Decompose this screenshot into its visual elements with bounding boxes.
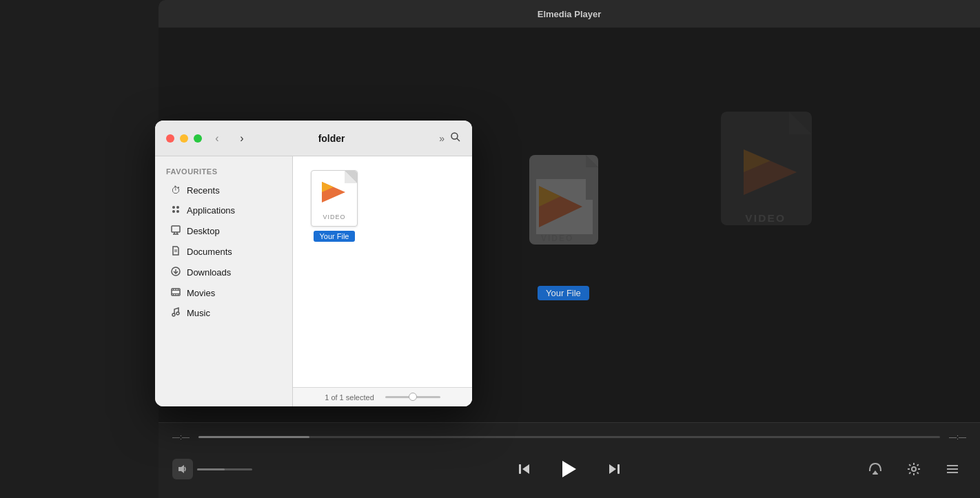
svg-marker-11 [873, 470, 877, 473]
applications-icon [170, 205, 181, 216]
sidebar-item-documents[interactable]: Documents [159, 242, 288, 262]
list-icon [945, 461, 960, 477]
playlist-button[interactable] [939, 455, 966, 483]
svg-point-13 [912, 467, 916, 471]
sidebar-item-label-recents: Recents [187, 185, 220, 196]
progress-time-right: —:— [946, 433, 966, 441]
settings-button[interactable] [900, 455, 928, 483]
svg-point-41 [176, 312, 179, 315]
close-button[interactable] [166, 134, 174, 143]
next-button[interactable] [600, 455, 628, 483]
sidebar-item-music[interactable]: Music [159, 303, 288, 323]
play-icon [558, 458, 580, 480]
search-icon [450, 132, 461, 143]
zoom-slider[interactable] [385, 396, 440, 398]
finder-toolbar-right: » [439, 132, 461, 145]
volume-slider[interactable] [197, 468, 252, 470]
player-controls: —:— —:— [159, 422, 980, 498]
volume-icon [177, 464, 188, 475]
svg-point-19 [172, 206, 175, 209]
finder-titlebar: ‹ › folder » [155, 121, 472, 156]
file-name-label: Your File [314, 231, 354, 242]
svg-marker-5 [178, 465, 184, 473]
svg-marker-8 [562, 461, 576, 477]
status-text: 1 of 1 selected [325, 393, 374, 402]
sidebar-item-label-downloads: Downloads [187, 267, 231, 278]
documents-icon [170, 246, 181, 258]
finder-body: Favourites ⏱ Recents Applications [155, 156, 472, 406]
progress-time-left: —:— [172, 433, 193, 441]
zoom-thumb [409, 393, 417, 401]
play-button[interactable] [552, 452, 586, 486]
more-button[interactable]: » [439, 133, 445, 144]
sidebar-item-label-music: Music [187, 308, 210, 318]
file-item[interactable]: VIDEO Your File [307, 170, 362, 242]
sidebar-item-applications[interactable]: Applications [159, 200, 288, 220]
search-button[interactable] [450, 132, 461, 145]
sidebar-item-recents[interactable]: ⏱ Recents [159, 180, 288, 200]
sidebar-item-label-desktop: Desktop [187, 226, 220, 236]
finder-sidebar: Favourites ⏱ Recents Applications [155, 156, 293, 406]
sidebar-item-label-applications: Applications [187, 205, 235, 216]
window-controls [166, 134, 202, 143]
svg-text:VIDEO: VIDEO [745, 212, 786, 224]
player-titlebar: Elmedia Player [159, 0, 980, 28]
svg-rect-9 [617, 464, 620, 474]
airplay-icon [868, 461, 883, 477]
finder-content: VIDEO Your File 1 of 1 selected [293, 156, 472, 406]
svg-point-20 [176, 206, 179, 209]
finder-files: VIDEO Your File [293, 156, 472, 387]
sidebar-item-downloads[interactable]: Downloads [159, 262, 288, 282]
back-button[interactable]: ‹ [207, 129, 227, 148]
file-type-label: VIDEO [323, 214, 345, 220]
forward-button[interactable]: › [232, 129, 252, 148]
sidebar-item-label-movies: Movies [187, 288, 215, 298]
prev-button[interactable] [511, 455, 538, 483]
next-icon [606, 461, 622, 477]
svg-marker-10 [609, 464, 616, 474]
volume-area [172, 459, 252, 479]
svg-marker-7 [522, 464, 529, 474]
recents-icon: ⏱ [170, 185, 181, 196]
desktop-icon [170, 225, 181, 237]
finder-window: ‹ › folder » Favourites ⏱ Recents [155, 121, 472, 406]
sidebar-item-movies[interactable]: Movies [159, 283, 288, 302]
file-icon: VIDEO [311, 170, 358, 227]
progress-fill [198, 436, 309, 438]
sidebar-item-desktop[interactable]: Desktop [159, 221, 288, 241]
svg-rect-12 [872, 473, 878, 475]
minimize-button[interactable] [180, 134, 188, 143]
folder-title: folder [257, 133, 406, 144]
svg-point-17 [451, 133, 458, 139]
prev-icon [517, 461, 532, 477]
finder-statusbar: 1 of 1 selected [293, 387, 472, 406]
sidebar-item-label-documents: Documents [187, 247, 232, 257]
player-title: Elmedia Player [538, 9, 602, 19]
airplay-button[interactable] [861, 455, 889, 483]
ghost-icon-container: VIDEO [691, 96, 842, 251]
svg-rect-23 [172, 226, 180, 232]
progress-bar[interactable] [198, 436, 940, 438]
svg-point-21 [172, 210, 175, 213]
svg-point-22 [176, 210, 179, 213]
gear-icon [907, 462, 921, 476]
ghost-play-icon: VIDEO [691, 96, 842, 248]
sidebar-section-title: Favourites [155, 165, 292, 180]
right-controls [861, 455, 966, 483]
player-file-name-ghost: Your File [538, 286, 589, 300]
controls-row [172, 446, 966, 492]
movies-icon [170, 287, 181, 298]
progress-bar-area: —:— —:— [172, 423, 966, 446]
music-icon [170, 307, 181, 319]
svg-rect-6 [519, 464, 521, 474]
volume-button[interactable] [172, 459, 193, 479]
maximize-button[interactable] [194, 134, 202, 143]
svg-point-40 [172, 313, 175, 316]
file-logo [319, 179, 349, 205]
svg-line-18 [457, 138, 460, 141]
player-file-name-label: Your File [546, 288, 581, 298]
downloads-icon [170, 267, 181, 278]
